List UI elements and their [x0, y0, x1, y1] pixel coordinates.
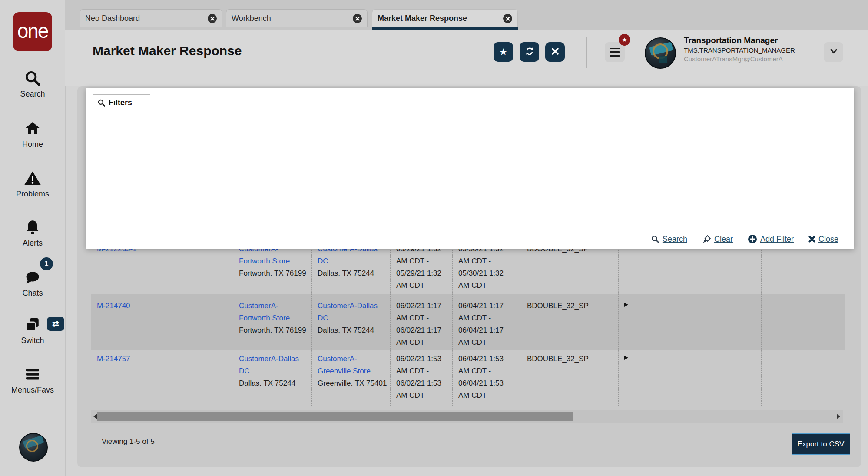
row-expand-arrow[interactable]	[624, 356, 628, 360]
hamburger-icon	[610, 47, 620, 58]
sidebar-item-alerts[interactable]: Alerts	[0, 219, 65, 248]
pickup-cell: 06/02/21 1:17 AM CDT - 06/02/21 1:17 AM …	[396, 300, 450, 349]
broom-icon	[702, 235, 711, 244]
menu-bars-icon	[0, 366, 65, 385]
search-action[interactable]: Search	[651, 235, 687, 244]
tab-close-icon[interactable]	[208, 14, 217, 23]
origin-address: Fortworth, TX 76199	[239, 267, 306, 280]
tab-market-maker-response[interactable]: Market Maker Response	[372, 9, 518, 27]
sidebar-label: Search	[0, 90, 65, 99]
sidebar-item-search[interactable]: Search	[0, 70, 65, 99]
sidebar-label: Menus/Favs	[0, 386, 65, 395]
one-logo[interactable]: one	[13, 12, 52, 51]
column-separator	[521, 235, 521, 406]
tab-label: Market Maker Response	[378, 14, 503, 23]
destination-link[interactable]: CustomerA-Greenville Store	[318, 355, 371, 375]
user-role: TMS.TRANSPORTATION_MANAGER	[684, 47, 814, 54]
sidebar-label: Switch	[0, 336, 65, 345]
filters-tab[interactable]: Filters	[93, 94, 150, 110]
column-separator	[233, 235, 233, 406]
viewing-count: Viewing 1-5 of 5	[102, 437, 155, 446]
column-separator	[390, 235, 391, 406]
sidebar-item-menus-favs[interactable]: Menus/Favs	[0, 366, 65, 395]
column-separator	[452, 235, 453, 406]
pickup-cell: 06/02/21 1:53 AM CDT - 06/02/21 1:53 AM …	[396, 353, 450, 402]
user-avatar[interactable]	[645, 37, 676, 69]
pickup-cell: 05/29/21 1:32 AM CDT - 05/29/21 1:32 AM …	[396, 243, 450, 292]
search-icon	[651, 235, 659, 243]
sidebar-user-avatar[interactable]	[19, 433, 48, 462]
equipment-cell: BDOUBLE_32_SP	[527, 300, 614, 312]
sidebar-label: Home	[0, 140, 65, 149]
user-name: Transportation Manager	[684, 36, 814, 45]
row-expand-arrow[interactable]	[624, 303, 628, 307]
sidebar: one Search Home Problems Alerts	[0, 0, 66, 476]
filters-box	[93, 110, 848, 247]
favorite-star-button[interactable]: ★	[494, 42, 513, 62]
bell-icon	[0, 219, 65, 238]
origin-address: Dallas, TX 75244	[239, 377, 306, 389]
table-row: M-214757	[97, 353, 227, 365]
refresh-icon	[524, 46, 535, 58]
destination-link[interactable]: CustomerA-Dallas DC	[318, 302, 378, 322]
delivery-cell: 05/30/21 1:32 AM CDT - 05/30/21 1:32 AM …	[458, 243, 512, 292]
origin-link[interactable]: CustomerA-Dallas DC	[239, 355, 299, 375]
close-icon	[808, 236, 815, 243]
sidebar-label: Problems	[0, 190, 65, 199]
origin-link[interactable]: CustomerA-Fortworth Store	[239, 302, 290, 322]
page-title: Market Maker Response	[93, 43, 242, 58]
table-bottom-border	[91, 406, 845, 406]
destination-cell: CustomerA-Dallas DC Dallas, TX 75244	[318, 300, 383, 336]
sidebar-item-home[interactable]: Home	[0, 120, 65, 149]
movement-link[interactable]: M-214757	[97, 355, 130, 363]
chats-count-badge: 1	[40, 257, 53, 270]
sidebar-item-chats[interactable]: Chats	[0, 269, 65, 298]
sidebar-label: Chats	[0, 289, 65, 298]
scrollbar-thumb[interactable]	[97, 412, 573, 421]
header-menu-button[interactable]	[605, 42, 625, 62]
user-info[interactable]: Transportation Manager TMS.TRANSPORTATIO…	[684, 36, 814, 63]
tab-workbench[interactable]: Workbench	[226, 9, 368, 27]
plus-circle-icon	[748, 234, 757, 244]
column-separator	[311, 235, 312, 406]
column-separator	[761, 235, 762, 406]
star-icon: ★	[499, 47, 508, 57]
tab-close-icon[interactable]	[503, 14, 512, 23]
destination-address: Greenville, TX 75401	[318, 377, 383, 389]
search-icon	[97, 99, 106, 107]
scroll-right-arrow[interactable]	[837, 414, 840, 419]
tab-label: Neo Dashboard	[85, 14, 208, 23]
close-action[interactable]: Close	[808, 235, 838, 244]
table-row: M-214740	[97, 300, 227, 312]
filters-panel: Filters Bid Submitted Date: to Movement …	[86, 88, 854, 249]
switch-swap-badge[interactable]: ⇄	[47, 317, 64, 331]
origin-cell: CustomerA-Fortworth Store Fortworth, TX …	[239, 300, 306, 336]
sidebar-item-problems[interactable]: Problems	[0, 170, 65, 199]
origin-cell: CustomerA-Dallas DC Dallas, TX 75244	[239, 353, 306, 389]
warning-icon	[0, 170, 65, 189]
header-divider	[586, 37, 587, 68]
clear-action[interactable]: Clear	[702, 235, 733, 244]
search-icon	[0, 70, 65, 89]
close-icon	[551, 47, 559, 57]
user-email: CustomerATransMgr@CustomerA	[684, 55, 814, 63]
add-filter-action[interactable]: Add Filter	[748, 234, 794, 244]
export-to-csv-button[interactable]: Export to CSV	[792, 433, 850, 455]
scroll-left-arrow[interactable]	[93, 414, 97, 419]
menu-star-badge: ★	[619, 34, 630, 46]
active-tab-indicator	[372, 27, 518, 30]
refresh-button[interactable]	[520, 42, 539, 62]
destination-address: Dallas, TX 75244	[318, 267, 383, 280]
equipment-cell: BDOUBLE_32_SP	[527, 353, 614, 365]
user-menu-chevron-button[interactable]	[824, 42, 843, 62]
movement-link[interactable]: M-214740	[97, 302, 130, 310]
filters-tab-label: Filters	[109, 98, 132, 107]
sidebar-label: Alerts	[0, 239, 65, 248]
delivery-cell: 06/04/21 1:17 AM CDT - 06/04/21 1:17 AM …	[458, 300, 512, 349]
filter-actions: Search Clear Add Filter Close	[651, 234, 838, 244]
chevron-down-icon	[830, 48, 838, 56]
tab-neo-dashboard[interactable]: Neo Dashboard	[80, 9, 222, 27]
tab-close-icon[interactable]	[353, 14, 362, 23]
delivery-cell: 06/04/21 1:53 AM CDT - 06/04/21 1:53 AM …	[458, 353, 512, 402]
close-page-button[interactable]	[545, 42, 565, 62]
